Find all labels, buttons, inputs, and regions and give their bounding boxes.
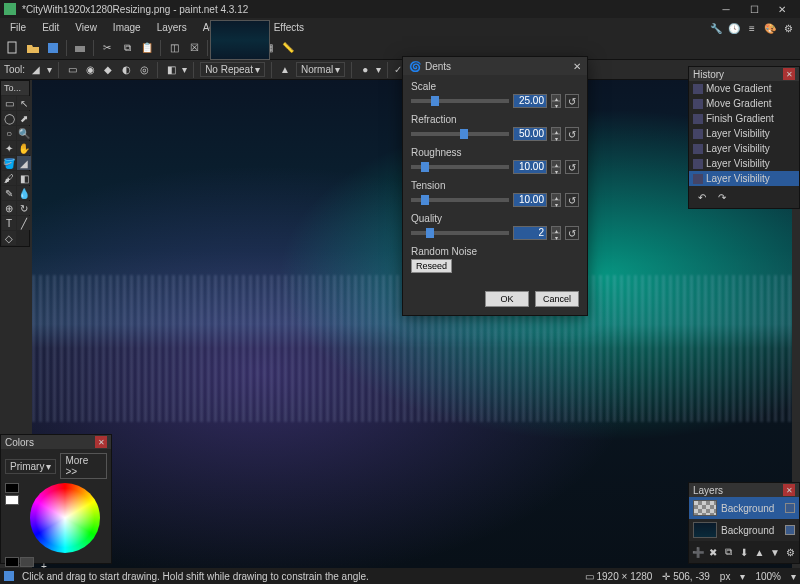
gradient-linear-icon[interactable]: ▭: [65, 63, 79, 77]
tool-gradient[interactable]: ◢: [17, 156, 31, 170]
slider-thumb[interactable]: [426, 228, 434, 238]
layer-item[interactable]: Background: [689, 519, 799, 541]
history-item[interactable]: Move Gradient: [689, 81, 799, 96]
menu-effects[interactable]: Effects: [268, 20, 310, 35]
gradient-diamond-icon[interactable]: ◆: [101, 63, 115, 77]
colors-more-button[interactable]: More >>: [60, 453, 107, 479]
status-zoom[interactable]: 100%: [755, 571, 781, 582]
gradient-spiral-icon[interactable]: ◎: [137, 63, 151, 77]
sampling-icon[interactable]: ●: [358, 63, 372, 77]
deselect-button[interactable]: ☒: [185, 39, 203, 57]
colors-close[interactable]: ✕: [95, 436, 107, 448]
gradient-radial-icon[interactable]: ◉: [83, 63, 97, 77]
colors-toggle[interactable]: 🎨: [762, 20, 778, 36]
layer-up-icon[interactable]: ▲: [753, 543, 766, 561]
menu-edit[interactable]: Edit: [36, 20, 65, 35]
spin-up[interactable]: ▴: [551, 94, 561, 101]
slider-value[interactable]: 2: [513, 226, 547, 240]
document-thumbnail[interactable]: [210, 20, 270, 60]
layer-item[interactable]: Background: [689, 497, 799, 519]
tools-toggle[interactable]: 🔧: [708, 20, 724, 36]
palette-swatch[interactable]: [5, 557, 19, 567]
repeat-dropdown[interactable]: No Repeat▾: [200, 62, 265, 77]
spin-up[interactable]: ▴: [551, 127, 561, 134]
crop-button[interactable]: ◫: [165, 39, 183, 57]
reset-button[interactable]: ↺: [565, 226, 579, 240]
history-toggle[interactable]: 🕓: [726, 20, 742, 36]
spin-down[interactable]: ▾: [551, 101, 561, 108]
ruler-button[interactable]: 📏: [279, 39, 297, 57]
tool-brush[interactable]: 🖌: [2, 171, 16, 185]
history-item[interactable]: Move Gradient: [689, 96, 799, 111]
history-item[interactable]: Layer Visibility: [689, 156, 799, 171]
layer-visibility-check[interactable]: [785, 503, 795, 513]
layer-visibility-check[interactable]: [785, 525, 795, 535]
tool-select-rect[interactable]: ▭: [2, 96, 16, 110]
layers-close[interactable]: ✕: [783, 484, 795, 496]
slider-thumb[interactable]: [421, 162, 429, 172]
slider-track[interactable]: [411, 132, 509, 136]
layer-down-icon[interactable]: ▼: [768, 543, 781, 561]
tool-icon[interactable]: ◢: [29, 63, 43, 77]
reseed-button[interactable]: Reseed: [411, 259, 452, 273]
open-button[interactable]: [24, 39, 42, 57]
save-button[interactable]: [44, 39, 62, 57]
spin-down[interactable]: ▾: [551, 233, 561, 240]
tool-pan[interactable]: ✋: [17, 141, 31, 155]
tool-select-ellipse[interactable]: ○: [2, 126, 16, 140]
history-redo-icon[interactable]: ↷: [713, 188, 731, 206]
spin-up[interactable]: ▴: [551, 193, 561, 200]
layer-add-icon[interactable]: ➕: [691, 543, 704, 561]
spin-down[interactable]: ▾: [551, 134, 561, 141]
tool-select-lasso[interactable]: ◯: [2, 111, 16, 125]
slider-value[interactable]: 10.00: [513, 193, 547, 207]
dialog-close[interactable]: ✕: [573, 61, 581, 72]
history-item[interactable]: Layer Visibility: [689, 126, 799, 141]
tool-move-sel[interactable]: ⬈: [17, 111, 31, 125]
reset-button[interactable]: ↺: [565, 193, 579, 207]
slider-value[interactable]: 50.00: [513, 127, 547, 141]
slider-thumb[interactable]: [460, 129, 468, 139]
close-button[interactable]: ✕: [768, 0, 796, 18]
tool-magic-wand[interactable]: ✦: [2, 141, 16, 155]
menu-layers[interactable]: Layers: [151, 20, 193, 35]
cancel-button[interactable]: Cancel: [535, 291, 579, 307]
color-mode-icon[interactable]: ◧: [164, 63, 178, 77]
menu-image[interactable]: Image: [107, 20, 147, 35]
tool-move[interactable]: ↖: [17, 96, 31, 110]
slider-track[interactable]: [411, 198, 509, 202]
menu-view[interactable]: View: [69, 20, 103, 35]
history-close[interactable]: ✕: [783, 68, 795, 80]
slider-value[interactable]: 10.00: [513, 160, 547, 174]
tool-text[interactable]: T: [2, 216, 16, 230]
slider-track[interactable]: [411, 99, 509, 103]
status-unit[interactable]: px: [720, 571, 731, 582]
tool-shapes[interactable]: ◇: [2, 231, 16, 245]
tool-eraser[interactable]: ◧: [17, 171, 31, 185]
spin-up[interactable]: ▴: [551, 226, 561, 233]
tool-recolor[interactable]: ↻: [17, 201, 31, 215]
copy-button[interactable]: ⧉: [118, 39, 136, 57]
history-item[interactable]: Layer Visibility: [689, 141, 799, 156]
history-item[interactable]: Layer Visibility: [689, 171, 799, 186]
settings-button[interactable]: ⚙: [780, 20, 796, 36]
palette-swatch[interactable]: [20, 557, 34, 567]
print-button[interactable]: [71, 39, 89, 57]
color-wheel[interactable]: [30, 483, 100, 553]
slider-value[interactable]: 25.00: [513, 94, 547, 108]
spin-down[interactable]: ▾: [551, 167, 561, 174]
color-primary-dropdown[interactable]: Primary▾: [5, 459, 56, 474]
tool-pencil[interactable]: ✎: [2, 186, 16, 200]
layer-merge-icon[interactable]: ⬇: [737, 543, 750, 561]
tool-picker[interactable]: 💧: [17, 186, 31, 200]
history-item[interactable]: Finish Gradient: [689, 111, 799, 126]
tool-zoom[interactable]: 🔍: [17, 126, 31, 140]
gradient-conical-icon[interactable]: ◐: [119, 63, 133, 77]
slider-track[interactable]: [411, 231, 509, 235]
layer-props-icon[interactable]: ⚙: [784, 543, 797, 561]
slider-track[interactable]: [411, 165, 509, 169]
menu-file[interactable]: File: [4, 20, 32, 35]
tool-line[interactable]: ╱: [17, 216, 31, 230]
ok-button[interactable]: OK: [485, 291, 529, 307]
blend-dropdown[interactable]: Normal▾: [296, 62, 345, 77]
